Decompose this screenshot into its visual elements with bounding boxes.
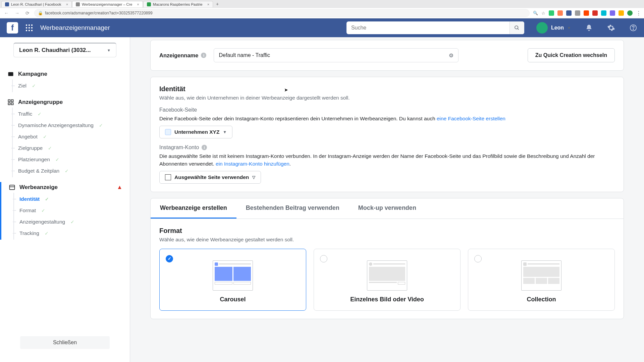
sidebar-item-platzierungen[interactable]: Platzierungen✓ — [12, 154, 130, 165]
url-input[interactable]: 🔒 facebook.com/adsmanager/creation?act=3… — [34, 9, 530, 17]
nav-section-anzeigengruppe[interactable]: Anzeigengruppe Traffic✓ Dynamische Anzei… — [0, 97, 130, 177]
tab-existing-post[interactable]: Bestehenden Beitrag verwenden — [236, 198, 349, 219]
reload-icon[interactable]: ⟳ — [24, 10, 31, 16]
browser-chrome: Leon R. Chaudhari | Facebook × Werbeanze… — [0, 0, 644, 18]
format-collection[interactable]: Collection — [468, 249, 615, 311]
url-text: facebook.com/adsmanager/creation?act=303… — [45, 11, 153, 15]
close-icon[interactable]: × — [207, 2, 209, 6]
extension-icon[interactable] — [610, 10, 615, 16]
warning-icon: ▲ — [117, 184, 122, 191]
add-instagram-link[interactable]: ein Instagram-Konto hinzufügen — [216, 161, 289, 167]
search-icon — [514, 25, 520, 31]
format-carousel[interactable]: Carousel — [159, 249, 306, 311]
radio-checked-icon — [166, 255, 173, 262]
ad-name-input-wrapper: ⚙ — [214, 48, 459, 62]
sidebar-item-traffic[interactable]: Traffic✓ — [12, 108, 130, 120]
item-label: Tracking — [19, 230, 39, 236]
sidebar-item-angebot[interactable]: Angebot✓ — [12, 131, 130, 142]
forward-icon[interactable]: → — [13, 10, 21, 16]
chevron-down-icon: ▽ — [252, 175, 255, 180]
format-title: Einzelnes Bild oder Video — [321, 296, 453, 303]
zoom-icon[interactable]: 🔍 — [533, 11, 538, 15]
settings-icon[interactable] — [607, 24, 615, 32]
profile-icon[interactable] — [627, 10, 633, 16]
sidebar-item-budget[interactable]: Budget & Zeitplan✓ — [12, 165, 130, 177]
sidebar-item-ziel[interactable]: Ziel✓ — [12, 80, 130, 92]
user-name: Leon — [551, 25, 564, 31]
apps-grid-icon[interactable] — [23, 22, 35, 34]
extension-icon[interactable] — [592, 10, 598, 16]
search-input[interactable] — [346, 25, 509, 31]
browser-tab[interactable]: Macarons Raspberries Pastrie × — [143, 1, 213, 7]
new-tab-button[interactable]: + — [213, 1, 221, 7]
menu-icon[interactable]: ⋮ — [636, 10, 641, 16]
back-icon[interactable]: ← — [3, 10, 10, 16]
info-icon[interactable]: i — [202, 145, 207, 150]
label-text: Anzeigenname — [159, 52, 198, 59]
ad-name-label: Anzeigenname i — [159, 52, 206, 59]
carousel-preview-icon — [213, 260, 253, 291]
extension-icon[interactable] — [601, 10, 606, 16]
search-box — [346, 21, 524, 34]
sidebar-item-dynamische[interactable]: Dynamische Anzeigengestaltung✓ — [12, 120, 130, 131]
identity-subtitle: Wähle aus, wie dein Unternehmen in deine… — [159, 95, 615, 101]
gear-icon[interactable]: ⚙ — [449, 52, 453, 59]
sidebar-item-tracking[interactable]: Tracking✓ — [13, 228, 130, 239]
sidebar-item-format[interactable]: Format✓ — [13, 205, 130, 216]
svg-rect-5 — [8, 100, 10, 102]
extension-icon[interactable] — [566, 10, 572, 16]
check-icon: ✓ — [41, 208, 45, 213]
create-ad-card: Werbeanzeige erstellen Bestehenden Beitr… — [150, 198, 624, 319]
info-icon[interactable]: i — [201, 53, 206, 58]
quick-creation-button[interactable]: Zu Quick Creation wechseln — [528, 48, 615, 62]
tab-create-ad[interactable]: Werbeanzeige erstellen — [151, 198, 236, 219]
check-icon: ✓ — [45, 231, 49, 236]
svg-point-0 — [515, 26, 518, 29]
format-subtitle: Wähle aus, wie deine Werbeanzeige gestal… — [159, 237, 615, 243]
favicon-icon — [5, 2, 9, 6]
extension-icon[interactable] — [575, 10, 580, 16]
create-page-link[interactable]: eine Facebook-Seite erstellen — [437, 116, 505, 121]
page-title: Werbeanzeigenmanager — [40, 24, 110, 32]
app-header: f Werbeanzeigenmanager Leon ▼ — [0, 18, 644, 37]
item-label: Angebot — [18, 134, 38, 140]
extension-icon[interactable] — [619, 10, 624, 16]
extension-icon[interactable] — [557, 10, 563, 16]
extension-icon[interactable] — [584, 10, 589, 16]
svg-rect-9 — [10, 185, 15, 189]
tab-label: Macarons Raspberries Pastrie — [153, 2, 203, 6]
format-single[interactable]: Einzelnes Bild oder Video — [314, 249, 461, 311]
folder-check-icon — [7, 71, 14, 77]
instagram-selector[interactable]: Ausgewählte Seite verwenden ▽ — [159, 171, 261, 184]
nav-section-werbeanzeige[interactable]: Werbeanzeige ▲ Identität✓ Format✓ Anzeig… — [0, 182, 130, 240]
text: . — [289, 161, 291, 167]
close-button[interactable]: Schließen — [20, 336, 110, 349]
format-options: Carousel Einzelnes Bild oder Video — [159, 249, 615, 311]
notifications-icon[interactable] — [585, 24, 593, 32]
sidebar-item-zielgruppe[interactable]: Zielgruppe✓ — [12, 142, 130, 154]
avatar — [536, 22, 548, 34]
browser-tab[interactable]: Werbeanzeigenmanager – Cre × — [72, 1, 143, 7]
format-title: Collection — [476, 296, 607, 303]
star-icon[interactable]: ☆ — [541, 11, 545, 16]
user-menu[interactable]: Leon ▼ — [536, 22, 571, 34]
page-selector[interactable]: Unternehmen XYZ ▼ — [159, 126, 232, 138]
sidebar-item-identitaet[interactable]: Identität✓ — [13, 193, 130, 205]
facebook-logo-icon[interactable]: f — [7, 22, 18, 34]
extension-icon[interactable] — [549, 10, 554, 16]
tab-mockup[interactable]: Mock-up verwenden — [349, 198, 426, 219]
check-icon: ✓ — [38, 111, 42, 117]
close-icon[interactable]: × — [66, 2, 68, 6]
browser-tab[interactable]: Leon R. Chaudhari | Facebook × — [1, 1, 72, 7]
account-selector[interactable]: Leon R. Chaudhari (3032... ▼ — [13, 43, 116, 57]
help-icon[interactable] — [629, 24, 637, 32]
ad-name-input[interactable] — [219, 52, 449, 58]
svg-rect-8 — [11, 103, 13, 105]
nav-section-kampagne[interactable]: Kampagne Ziel✓ — [0, 69, 130, 92]
search-button[interactable] — [509, 21, 524, 34]
sidebar-item-anzeigengestaltung[interactable]: Anzeigengestaltung✓ — [13, 216, 130, 228]
extensions: 🔍 ☆ ⋮ — [533, 10, 641, 16]
close-icon[interactable]: × — [137, 2, 139, 6]
text: Deine Facebook-Seite oder dein Instagram… — [159, 116, 437, 121]
check-icon: ✓ — [45, 196, 49, 202]
